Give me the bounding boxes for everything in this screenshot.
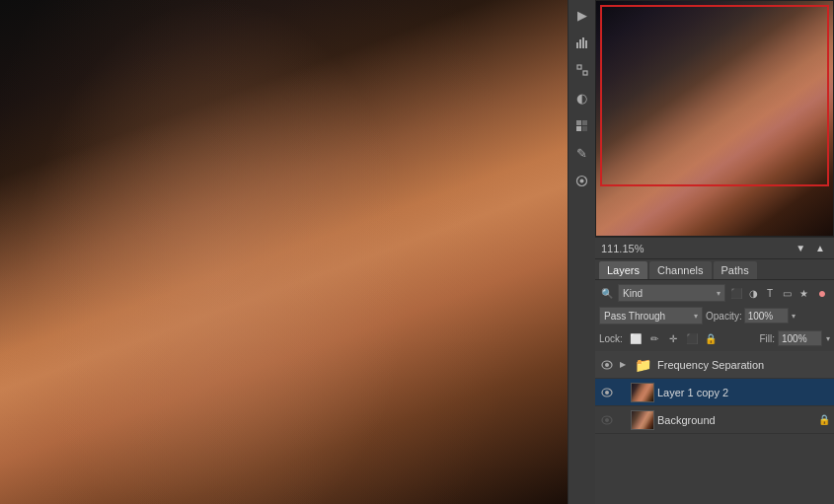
- search-icon: 🔍: [599, 288, 615, 299]
- opacity-label: Opacity:: [706, 311, 742, 322]
- layer-visibility-toggle[interactable]: [599, 412, 615, 428]
- svg-rect-4: [577, 65, 581, 69]
- swatches-icon[interactable]: [571, 114, 593, 136]
- svg-rect-0: [576, 42, 578, 48]
- lock-indicator: 🔒: [818, 414, 830, 425]
- filter-icons: ⬛ ◑ T ▭ ★: [728, 285, 811, 301]
- layer-name: Layer 1 copy 2: [657, 387, 830, 398]
- svg-rect-1: [579, 39, 581, 48]
- svg-point-15: [605, 391, 609, 395]
- blend-mode-dropdown[interactable]: Pass Through ▾: [599, 307, 703, 324]
- panels-area: 111.15% ▼ ▲ Layers Channels Paths 🔍 Kind: [595, 0, 834, 504]
- layer-thumbnail: [631, 383, 654, 402]
- zoom-decrease-button[interactable]: ▼: [793, 242, 808, 254]
- filter-toggle[interactable]: ●: [814, 285, 830, 301]
- right-panel: ▶ ◐ ✎: [568, 0, 834, 504]
- play-icon[interactable]: ▶: [571, 4, 593, 26]
- svg-rect-3: [585, 40, 587, 48]
- opacity-control: Opacity: 100% ▾: [706, 307, 796, 324]
- color-wheel-icon[interactable]: ◐: [571, 87, 593, 108]
- kind-dropdown-arrow: ▾: [717, 289, 720, 298]
- svg-rect-5: [583, 71, 587, 75]
- opacity-input[interactable]: 100%: [744, 308, 789, 324]
- pixel-filter-icon[interactable]: ⬛: [728, 285, 744, 301]
- canvas-area: [0, 0, 568, 504]
- histogram-icon[interactable]: [571, 32, 593, 53]
- layer-item[interactable]: Layer 1 copy 2: [595, 379, 834, 406]
- layer-visibility-toggle[interactable]: [599, 385, 615, 400]
- group-expand-arrow[interactable]: ▶: [618, 357, 628, 373]
- lock-artboard-icon[interactable]: ⬛: [684, 330, 700, 346]
- opacity-arrow: ▾: [792, 312, 796, 321]
- layer-name: Background: [657, 414, 813, 426]
- group-folder-icon: 📁: [631, 355, 654, 375]
- fill-input[interactable]: 100%: [778, 330, 822, 346]
- layers-tab-bar: Layers Channels Paths: [595, 258, 834, 280]
- svg-rect-7: [582, 120, 587, 125]
- layer-item[interactable]: ▶ 📁 Frequency Separation: [595, 351, 834, 379]
- tab-layers[interactable]: Layers: [599, 261, 647, 279]
- lock-label: Lock:: [599, 333, 623, 344]
- lock-fill-row: Lock: ⬜ ✏ ✛ ⬛ 🔒 Fill: 100% ▾: [599, 328, 830, 348]
- blend-mode-arrow: ▾: [694, 312, 698, 321]
- zoom-increase-button[interactable]: ▲: [812, 242, 828, 254]
- svg-rect-2: [582, 37, 584, 48]
- smart-object-icon[interactable]: [571, 170, 593, 191]
- layers-controls: 🔍 Kind ▾ ⬛ ◑ T ▭ ★ ● Pass Through: [595, 280, 834, 351]
- lock-paint-icon[interactable]: ✏: [646, 330, 662, 346]
- svg-point-13: [605, 363, 609, 367]
- fill-label: Fill:: [759, 333, 775, 344]
- layer-indent: [618, 385, 628, 400]
- clone-stamp-icon[interactable]: [571, 59, 593, 81]
- svg-rect-9: [582, 126, 587, 131]
- kind-dropdown[interactable]: Kind ▾: [618, 284, 725, 302]
- fill-arrow: ▾: [826, 334, 830, 343]
- layer-item[interactable]: Background 🔒: [595, 406, 834, 434]
- tab-channels[interactable]: Channels: [649, 261, 711, 279]
- adjustment-filter-icon[interactable]: ◑: [745, 285, 761, 301]
- layer-visibility-toggle[interactable]: [599, 357, 615, 373]
- layer-indent: [618, 412, 628, 428]
- type-filter-icon[interactable]: T: [762, 285, 778, 301]
- svg-point-11: [580, 179, 584, 182]
- tab-paths[interactable]: Paths: [714, 261, 757, 279]
- thumbnail-image: [596, 1, 833, 236]
- brush-tool-icon[interactable]: ✎: [571, 142, 593, 164]
- svg-point-17: [605, 418, 609, 422]
- lock-move-icon[interactable]: ✛: [665, 330, 681, 346]
- smart-filter-icon[interactable]: ★: [796, 285, 811, 301]
- layer-thumbnail: [631, 410, 654, 430]
- main-canvas: [0, 0, 568, 504]
- tool-sidebar: ▶ ◐ ✎: [568, 0, 595, 504]
- layer-name: Frequency Separation: [657, 359, 830, 371]
- zoom-bar: 111.15% ▼ ▲: [595, 237, 834, 258]
- blend-opacity-row: Pass Through ▾ Opacity: 100% ▾: [599, 306, 830, 325]
- layer-list: ▶ 📁 Frequency Separation Layer 1 copy 2: [595, 351, 834, 504]
- lock-transparent-icon[interactable]: ⬜: [628, 330, 644, 346]
- thumbnail-panel: [595, 0, 834, 237]
- zoom-level: 111.15%: [601, 243, 789, 254]
- svg-rect-8: [576, 126, 581, 131]
- svg-rect-6: [576, 120, 581, 125]
- photo-background: [0, 0, 568, 504]
- shape-filter-icon[interactable]: ▭: [779, 285, 795, 301]
- filter-row: 🔍 Kind ▾ ⬛ ◑ T ▭ ★ ●: [599, 283, 830, 303]
- lock-all-icon[interactable]: 🔒: [703, 330, 719, 346]
